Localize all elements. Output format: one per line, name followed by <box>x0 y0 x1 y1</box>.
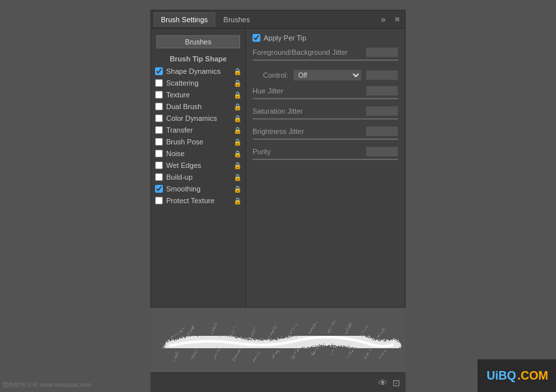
tab-icons: » ≡ <box>378 13 402 25</box>
sidebar-item-color-dynamics[interactable]: Color Dynamics 🔒 <box>151 112 245 124</box>
sidebar-item-brush-pose[interactable]: Brush Pose 🔒 <box>151 136 245 148</box>
sat-jitter-row: Saturation Jitter <box>252 106 398 122</box>
checkbox-scattering[interactable] <box>155 79 163 87</box>
lock-icon-6: 🔒 <box>234 139 241 146</box>
lock-icon-2: 🔒 <box>234 91 241 99</box>
checkbox-protect-texture[interactable] <box>155 197 163 204</box>
sidebar-item-dual-brush[interactable]: Dual Brush 🔒 <box>151 101 245 112</box>
preview-footer: 👁 ⊡ <box>150 372 406 392</box>
lock-icon-1: 🔒 <box>234 80 241 87</box>
svg-line-8 <box>249 327 254 339</box>
checkbox-transfer[interactable] <box>155 126 163 134</box>
sidebar-item-build-up[interactable]: Build-up 🔒 <box>151 171 245 183</box>
sat-jitter-header: Saturation Jitter <box>252 106 398 116</box>
label-noise: Noise <box>166 150 232 157</box>
fg-bg-jitter-label: Foreground/Background Jitter <box>252 48 348 56</box>
svg-line-2 <box>186 324 193 335</box>
label-brush-pose: Brush Pose <box>166 138 232 146</box>
control-row: Control: Off Fade Pen Pressure Pen Tilt <box>252 69 398 81</box>
control-select[interactable]: Off Fade Pen Pressure Pen Tilt <box>293 69 362 81</box>
sidebar-item-wet-edges[interactable]: Wet Edges 🔒 <box>151 159 245 171</box>
lock-icon-7: 🔒 <box>234 150 241 157</box>
sat-jitter-input[interactable] <box>366 106 398 116</box>
lock-icon-9: 🔒 <box>234 174 241 181</box>
site-badge: UiBQ.COM <box>478 359 556 392</box>
preview-area <box>150 307 406 372</box>
svg-line-20 <box>360 324 366 336</box>
label-build-up: Build-up <box>166 173 232 181</box>
control-input[interactable] <box>366 70 398 80</box>
watermark: 昆狗软件汉化 www.missyuan.com <box>3 381 92 389</box>
svg-line-6 <box>229 326 234 337</box>
sidebar-item-shape-dynamics[interactable]: Shape Dynamics 🔒 <box>151 65 245 77</box>
lock-icon-8: 🔒 <box>234 162 241 169</box>
checkbox-build-up[interactable] <box>155 173 163 181</box>
checkbox-noise[interactable] <box>155 150 163 157</box>
checkbox-shape-dynamics[interactable] <box>155 67 163 75</box>
label-smoothing: Smoothing <box>166 185 232 193</box>
svg-line-0 <box>170 327 183 337</box>
menu-icon[interactable]: ≡ <box>392 13 402 25</box>
lock-icon-10: 🔒 <box>234 186 241 193</box>
purity-input[interactable] <box>366 146 398 157</box>
label-wet-edges: Wet Edges <box>166 161 232 169</box>
purity-slider[interactable] <box>252 159 398 160</box>
badge-dot: .COM <box>517 369 548 383</box>
label-scattering: Scattering <box>166 79 232 87</box>
sidebar-item-protect-texture[interactable]: Protect Texture 🔒 <box>151 195 245 206</box>
checkbox-color-dynamics[interactable] <box>155 114 163 122</box>
brushes-btn-wrap: Brushes <box>151 33 245 54</box>
control-label: Control: <box>263 71 289 79</box>
sat-jitter-label: Saturation Jitter <box>252 107 303 115</box>
checkbox-brush-pose[interactable] <box>155 138 163 146</box>
sidebar-item-smoothing[interactable]: Smoothing 🔒 <box>151 183 245 195</box>
lock-icon-5: 🔒 <box>234 127 241 134</box>
double-arrow-icon[interactable]: » <box>378 13 388 25</box>
checkbox-texture[interactable] <box>155 91 163 99</box>
svg-line-17 <box>330 343 337 353</box>
checkbox-dual-brush[interactable] <box>155 103 163 110</box>
sidebar-item-scattering[interactable]: Scattering 🔒 <box>151 77 245 89</box>
eye-icon[interactable]: 👁 <box>378 378 387 388</box>
purity-row: Purity <box>252 146 398 163</box>
svg-line-10 <box>268 325 275 336</box>
label-shape-dynamics: Shape Dynamics <box>166 67 232 75</box>
badge-text-ui: UiBQ <box>487 369 516 383</box>
svg-line-12 <box>288 323 296 334</box>
tab-brush-settings[interactable]: Brush Settings <box>154 12 215 27</box>
sat-jitter-slider[interactable] <box>252 118 398 120</box>
fg-bg-jitter-header: Foreground/Background Jitter <box>252 47 398 57</box>
svg-line-16 <box>327 319 334 331</box>
sidebar-item-texture[interactable]: Texture 🔒 <box>151 89 245 101</box>
tab-bar: Brush Settings Brushes » ≡ <box>151 10 405 29</box>
purity-header: Purity <box>252 146 398 157</box>
bright-jitter-input[interactable] <box>366 126 398 137</box>
label-color-dynamics: Color Dynamics <box>166 114 232 122</box>
hue-jitter-label: Hue Jitter <box>252 87 283 95</box>
hue-jitter-header: Hue Jitter <box>252 86 398 96</box>
bright-jitter-slider[interactable] <box>252 139 398 140</box>
hue-jitter-slider[interactable] <box>252 98 398 99</box>
svg-line-22 <box>376 327 383 338</box>
fg-bg-jitter-input[interactable] <box>366 47 398 57</box>
fg-bg-jitter-row: Foreground/Background Jitter <box>252 47 398 63</box>
svg-line-5 <box>213 347 219 357</box>
label-protect-texture: Protect Texture <box>166 197 232 204</box>
purity-label: Purity <box>252 148 271 155</box>
crop-icon[interactable]: ⊡ <box>392 378 400 388</box>
fg-bg-jitter-slider[interactable] <box>252 59 398 61</box>
apply-per-tip-label: Apply Per Tip <box>264 34 306 42</box>
preview-canvas <box>150 308 406 372</box>
sidebar-item-transfer[interactable]: Transfer 🔒 <box>151 124 245 136</box>
checkbox-wet-edges[interactable] <box>155 161 163 169</box>
sidebar-item-noise[interactable]: Noise 🔒 <box>151 148 245 159</box>
checkbox-smoothing[interactable] <box>155 185 163 193</box>
svg-line-19 <box>347 346 353 356</box>
lock-icon-3: 🔒 <box>234 103 241 110</box>
hue-jitter-input[interactable] <box>366 86 398 96</box>
tab-brushes[interactable]: Brushes <box>217 12 257 27</box>
svg-line-15 <box>311 344 317 355</box>
apply-per-tip-checkbox[interactable] <box>252 34 260 42</box>
brushes-button[interactable]: Brushes <box>156 35 240 48</box>
lock-icon-11: 🔒 <box>234 197 241 204</box>
